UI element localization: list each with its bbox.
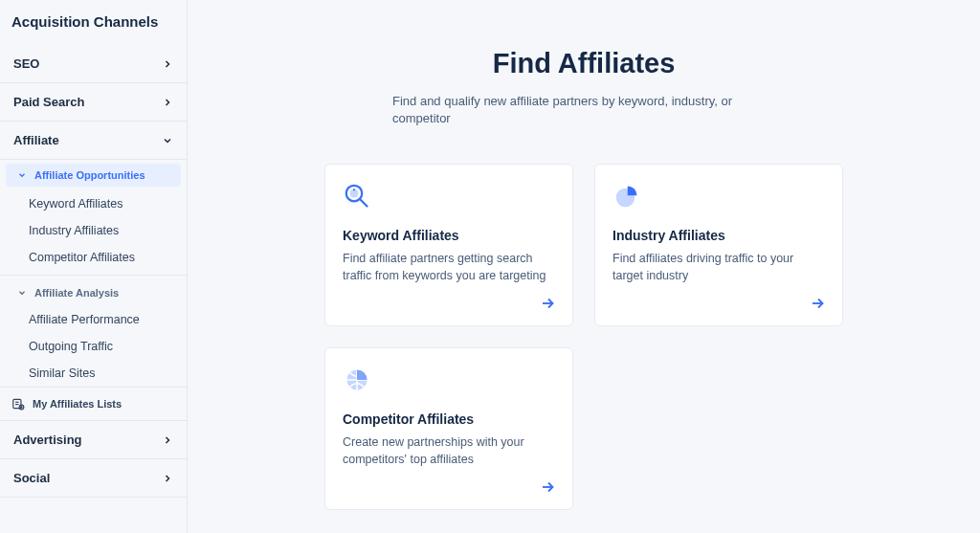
svg-line-9	[361, 200, 368, 207]
my-lists-label: My Affiliates Lists	[33, 398, 122, 410]
nav-item-paid-search[interactable]: Paid Search	[0, 83, 187, 122]
card-competitor-affiliates[interactable]: Competitor Affiliates Create new partner…	[324, 347, 573, 510]
nav-item-my-affiliates-lists[interactable]: My Affiliates Lists	[0, 387, 187, 421]
divider	[0, 275, 187, 276]
card-title: Keyword Affiliates	[343, 228, 555, 243]
affiliate-submenu: Affiliate Opportunities Keyword Affiliat…	[0, 160, 187, 387]
nav-item-social[interactable]: Social	[0, 459, 187, 498]
cards-grid: Keyword Affiliates Find affiliate partne…	[324, 164, 843, 510]
subgroup-affiliate-opportunities[interactable]: Affiliate Opportunities	[6, 164, 181, 187]
chevron-down-icon	[17, 170, 27, 180]
sublink-competitor-affiliates[interactable]: Competitor Affiliates	[0, 244, 187, 271]
nav-item-affiliate[interactable]: Affiliate	[0, 122, 187, 160]
sidebar: Acquisition Channels SEO Paid Search Aff…	[0, 0, 188, 533]
sublink-similar-sites[interactable]: Similar Sites	[0, 360, 187, 387]
nav-item-seo[interactable]: SEO	[0, 45, 187, 83]
sublink-outgoing-traffic[interactable]: Outgoing Traffic	[0, 333, 187, 360]
subgroup-affiliate-analysis[interactable]: Affiliate Analysis	[6, 279, 181, 306]
nav-label: Paid Search	[13, 95, 84, 109]
svg-point-8	[353, 189, 355, 191]
sublink-industry-affiliates[interactable]: Industry Affiliates	[0, 217, 187, 244]
arrow-right-icon	[540, 295, 557, 312]
chevron-right-icon	[162, 97, 173, 108]
card-title: Industry Affiliates	[612, 228, 825, 243]
arrow-right-icon	[810, 295, 827, 312]
nav-label: Affiliate	[13, 133, 59, 147]
chevron-down-icon	[162, 135, 173, 146]
nav-label: SEO	[13, 56, 39, 71]
card-title: Competitor Affiliates	[343, 411, 555, 427]
main-content: Find Affiliates Find and qualify new aff…	[188, 0, 980, 533]
card-industry-affiliates[interactable]: Industry Affiliates Find affiliates driv…	[594, 164, 843, 326]
globe-icon	[343, 366, 371, 394]
nav-label: Advertising	[13, 433, 82, 447]
chevron-right-icon	[162, 58, 173, 70]
card-desc: Find affiliate partners getting search t…	[343, 251, 555, 312]
chevron-down-icon	[17, 288, 27, 298]
chevron-right-icon	[162, 434, 173, 446]
page-subtitle: Find and qualify new affiliate partners …	[392, 93, 775, 127]
card-desc: Find affiliates driving traffic to your …	[612, 251, 825, 312]
list-icon	[11, 397, 25, 411]
sublink-affiliate-performance[interactable]: Affiliate Performance	[0, 306, 187, 333]
magnifier-icon	[343, 182, 371, 211]
subgroup-label: Affiliate Analysis	[34, 287, 119, 299]
page-title: Find Affiliates	[493, 48, 676, 79]
chevron-right-icon	[162, 473, 173, 484]
nav-item-advertising[interactable]: Advertising	[0, 421, 187, 459]
nav-label: Social	[13, 471, 50, 485]
card-keyword-affiliates[interactable]: Keyword Affiliates Find affiliate partne…	[324, 164, 573, 326]
arrow-right-icon	[540, 478, 557, 496]
sublink-keyword-affiliates[interactable]: Keyword Affiliates	[0, 190, 187, 217]
pie-chart-icon	[612, 182, 641, 211]
subgroup-label: Affiliate Opportunities	[34, 169, 145, 181]
sidebar-title: Acquisition Channels	[0, 0, 187, 45]
card-desc: Create new partnerships with your compet…	[343, 434, 555, 496]
